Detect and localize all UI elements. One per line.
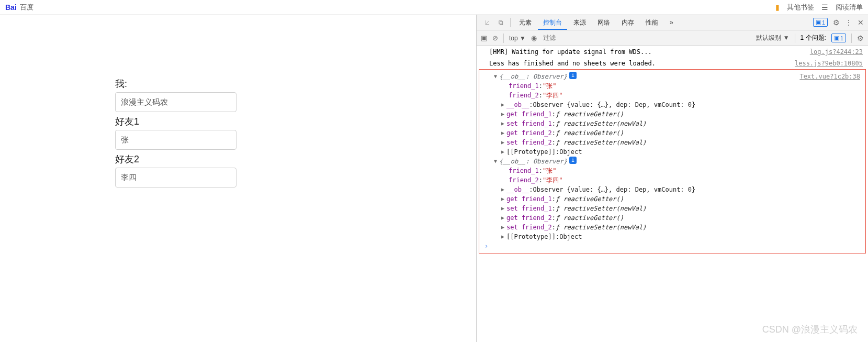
tab-console[interactable]: 控制台 [538, 15, 567, 30]
tab-network[interactable]: 网络 [592, 15, 615, 30]
console-prompt[interactable]: › [479, 241, 865, 251]
log-less: Less has finished and no sheets were loa… [489, 59, 656, 68]
expand-icon[interactable] [501, 147, 506, 157]
highlighted-log: {__ob__: Observer} i Text.vue?1c2b:38 fr… [479, 69, 866, 253]
expand-icon[interactable] [501, 138, 506, 147]
expand-icon[interactable] [501, 204, 506, 213]
toggle-sidebar-icon[interactable]: ▣ [481, 34, 487, 42]
level-select[interactable]: 默认级别 ▼ [756, 34, 789, 42]
message-badge[interactable]: ▣ 1 [813, 18, 828, 27]
input-me[interactable] [115, 92, 236, 112]
tab-more[interactable]: » [664, 15, 679, 30]
obj-head[interactable]: {__ob__: Observer} [499, 157, 567, 166]
tab-sources[interactable]: 来源 [568, 15, 591, 30]
readlist-label[interactable]: 阅读清单 [836, 3, 863, 12]
folder-icon: ▮ [775, 3, 780, 12]
clear-icon[interactable]: ⊘ [492, 34, 498, 42]
context-select[interactable]: top ▼ [509, 35, 526, 42]
expand-icon[interactable] [501, 109, 506, 119]
console-settings-icon[interactable]: ⚙ [857, 34, 864, 42]
page-content: 我: 好友1 好友2 [0, 15, 476, 342]
brand-text: 百度 [20, 3, 33, 12]
device-icon[interactable]: ⧉ [494, 19, 507, 26]
obj-head[interactable]: {__ob__: Observer} [499, 72, 567, 81]
expand-icon[interactable] [501, 119, 506, 128]
issues-label: 1 个问题: [801, 34, 826, 42]
close-icon[interactable]: ✕ [858, 18, 864, 27]
expand-icon[interactable] [501, 213, 506, 223]
src-less[interactable]: less.js?9eb0:10805 [795, 59, 863, 68]
info-icon[interactable]: i [569, 72, 577, 79]
filter-input[interactable] [542, 33, 636, 43]
expand-icon[interactable] [501, 100, 506, 109]
expand-icon[interactable] [501, 194, 506, 204]
expand-icon[interactable] [501, 128, 506, 138]
log-hmr: [HMR] Waiting for update signal from WDS… [489, 47, 652, 57]
tab-performance[interactable]: 性能 [640, 15, 663, 30]
expand-icon[interactable] [501, 223, 506, 232]
tab-elements[interactable]: 元素 [514, 15, 537, 30]
expand-icon[interactable] [501, 185, 506, 194]
src-obj[interactable]: Text.vue?1c2b:38 [799, 72, 865, 81]
expand-icon[interactable] [494, 72, 499, 81]
baidu-logo: Bai [5, 3, 17, 12]
eye-icon[interactable]: ◉ [531, 34, 537, 42]
label-me: 我: [115, 78, 476, 90]
input-friend2[interactable] [115, 168, 236, 187]
issues-badge[interactable]: ▣ 1 [831, 34, 846, 42]
src-hmr[interactable]: log.js?4244:23 [810, 47, 863, 57]
inspect-icon[interactable]: ⟀ [481, 19, 493, 26]
label-friend2: 好友2 [115, 153, 476, 166]
list-icon: ☰ [821, 3, 828, 12]
input-friend1[interactable] [115, 130, 236, 150]
label-friend1: 好友1 [115, 115, 476, 128]
tab-memory[interactable]: 内存 [616, 15, 639, 30]
expand-icon[interactable] [501, 232, 506, 241]
kebab-icon[interactable]: ⋮ [845, 18, 852, 27]
watermark: CSDN @浪漫主义码农 [762, 323, 858, 336]
settings-icon[interactable]: ⚙ [833, 18, 840, 27]
bookmarks-label[interactable]: 其他书签 [787, 3, 814, 12]
info-icon[interactable]: i [569, 157, 577, 164]
expand-icon[interactable] [494, 157, 499, 166]
